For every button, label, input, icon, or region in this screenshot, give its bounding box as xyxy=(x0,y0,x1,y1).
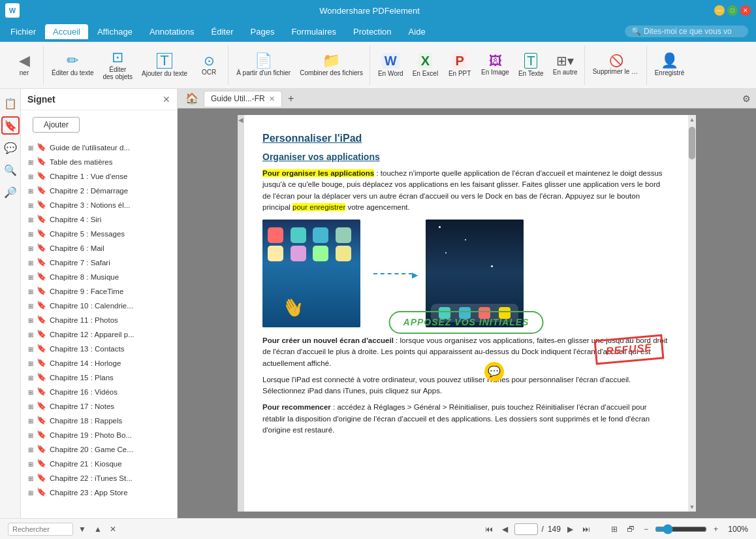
current-page-input[interactable]: 23 xyxy=(514,523,538,535)
signet-tree-item[interactable]: ⊞ 🔖 Chapitre 12 : Appareil p... xyxy=(21,327,177,342)
signet-tree-item[interactable]: ⊞ 🔖 Chapitre 4 : Siri xyxy=(21,212,177,227)
combine-button[interactable]: 📁 Combiner des fichiers xyxy=(296,47,367,84)
menu-formulaires[interactable]: Formulaires xyxy=(283,24,344,39)
signet-tree-item[interactable]: ⊞ 🔖 Chapitre 5 : Messages xyxy=(21,227,177,241)
ipad-app-grid xyxy=(262,220,360,269)
registered-button[interactable]: 👤 Enregistré xyxy=(651,47,689,84)
signet-tree-item[interactable]: ⊞ 🔖 Chapitre 16 : Vidéos xyxy=(21,385,177,399)
signet-tree-item[interactable]: ⊞ 🔖 Chapitre 6 : Mail xyxy=(21,241,177,255)
stamp-initiales[interactable]: APPOSEZ VOS INITIALES xyxy=(389,311,544,334)
signet-tree-item[interactable]: ⊞ 🔖 Chapitre 10 : Calendrie... xyxy=(21,299,177,313)
comment-bubble[interactable]: 💬 xyxy=(484,362,504,382)
edit-text-button[interactable]: ✏ Éditer du texte xyxy=(48,47,97,84)
home-tab-button[interactable]: 🏠 xyxy=(183,91,201,106)
tree-expand-icon: ⊞ xyxy=(26,272,35,282)
search-clear-button[interactable]: ✕ xyxy=(107,523,119,535)
scroll-down-arrow[interactable]: ▼ xyxy=(688,502,697,512)
signet-tree-item[interactable]: ⊞ 🔖 Chapitre 15 : Plans xyxy=(21,370,177,385)
signet-tree-item[interactable]: ⊞ 🔖 Chapitre 14 : Horloge xyxy=(21,356,177,370)
signet-tree-item[interactable]: ⊞ 🔖 Chapitre 1 : Vue d'ense xyxy=(21,169,177,184)
new-tab-button[interactable]: + xyxy=(285,92,298,105)
signet-tree-item[interactable]: ⊞ 🔖 Chapitre 22 : iTunes St... xyxy=(21,471,177,485)
tree-expand-icon: ⊞ xyxy=(26,244,35,253)
zoom-view-page-button[interactable]: 🗗 xyxy=(624,523,637,535)
tree-bookmark-icon: 🔖 xyxy=(37,401,47,412)
tab-settings-button[interactable]: ⚙ xyxy=(742,93,751,104)
to-other-button[interactable]: ⊞▾ En autre xyxy=(549,47,582,84)
from-file-button[interactable]: 📄 À partir d'un fichier xyxy=(232,47,294,84)
signet-tree-item[interactable]: ⊞ 🔖 Chapitre 23 : App Store xyxy=(21,485,177,500)
signet-tree-item[interactable]: ⊞ 🔖 Chapitre 18 : Rappels xyxy=(21,414,177,428)
to-excel-button[interactable]: X En Excel xyxy=(409,47,442,84)
tree-bookmark-icon: 🔖 xyxy=(37,315,47,325)
tab-close-button[interactable]: ✕ xyxy=(269,95,275,103)
vertical-scrollbar[interactable]: ▲ ▼ xyxy=(688,115,696,512)
signet-tree-item[interactable]: ⊞ 🔖 Chapitre 2 : Démarrage xyxy=(21,184,177,198)
to-excel-icon: X xyxy=(418,53,432,69)
menu-fichier[interactable]: Fichier xyxy=(3,24,44,39)
search-up-button[interactable]: ▲ xyxy=(91,523,104,535)
collapse-panel-button[interactable]: ◀ xyxy=(238,116,244,123)
to-text-button[interactable]: T En Texte xyxy=(514,47,548,84)
left-panel-resize[interactable]: ◀ xyxy=(238,115,244,512)
menu-annotations[interactable]: Annotations xyxy=(142,24,202,39)
sidebar-icon-comment[interactable]: 💬 xyxy=(1,139,20,157)
pdf-viewport: ◀ Personnaliser l'iPad Organiser vos app… xyxy=(178,108,756,518)
zoom-plus-button[interactable]: + xyxy=(711,523,721,535)
signet-tree-item[interactable]: ⊞ 🔖 Chapitre 9 : FaceTime xyxy=(21,284,177,299)
search-down-button[interactable]: ▼ xyxy=(76,523,89,535)
search-menu-input[interactable] xyxy=(644,27,742,36)
next-page-button[interactable]: ▶ xyxy=(565,523,576,535)
pdf-page[interactable]: Personnaliser l'iPad Organiser vos appli… xyxy=(244,115,688,512)
zoom-minus-button[interactable]: − xyxy=(641,523,651,535)
tree-expand-icon: ⊞ xyxy=(26,373,35,382)
menu-editer[interactable]: Éditer xyxy=(204,24,242,39)
zoom-view-fit-button[interactable]: ⊞ xyxy=(608,523,620,535)
search-input[interactable] xyxy=(8,523,73,536)
menu-aide[interactable]: Aide xyxy=(401,24,433,39)
prev-page-button[interactable]: ◀ xyxy=(499,523,511,535)
menu-accueil[interactable]: Accueil xyxy=(45,24,88,39)
signet-close-button[interactable]: ✕ xyxy=(163,94,170,105)
signet-tree-item[interactable]: ⊞ 🔖 Chapitre 8 : Musique xyxy=(21,270,177,284)
signet-tree-item[interactable]: ⊞ 🔖 Table des matières xyxy=(21,155,177,169)
add-text-button[interactable]: T Ajouter du texte xyxy=(138,47,191,84)
to-ppt-button[interactable]: P En PPT xyxy=(443,47,476,84)
sidebar-icon-zoom-search[interactable]: 🔎 xyxy=(1,183,20,201)
sidebar-icon-bookmark[interactable]: 🔖 xyxy=(1,116,20,135)
scroll-up-arrow[interactable]: ▲ xyxy=(688,115,697,124)
tree-bookmark-icon: 🔖 xyxy=(37,473,47,483)
signet-tree-item[interactable]: ⊞ 🔖 Chapitre 13 : Contacts xyxy=(21,342,177,356)
zoom-slider[interactable] xyxy=(655,524,707,534)
menu-affichage[interactable]: Affichage xyxy=(89,24,140,39)
tree-expand-icon: ⊞ xyxy=(26,229,35,238)
menu-pages[interactable]: Pages xyxy=(243,24,283,39)
signet-header: Signet ✕ xyxy=(21,89,177,110)
restore-button[interactable]: □ xyxy=(727,5,738,16)
signet-tree-item[interactable]: ⊞ 🔖 Guide de l'utilisateur d... xyxy=(21,140,177,155)
signet-tree-item[interactable]: ⊞ 🔖 Chapitre 17 : Notes xyxy=(21,399,177,414)
last-page-button[interactable]: ⏭ xyxy=(580,523,593,535)
search-box-menu[interactable]: 🔍 xyxy=(625,25,748,37)
sidebar-icon-search[interactable]: 🔍 xyxy=(1,161,20,179)
pdf-tab[interactable]: Guide Util...-FR ✕ xyxy=(204,91,282,106)
minimize-button[interactable]: — xyxy=(714,5,725,16)
to-word-button[interactable]: W En Word xyxy=(374,47,407,84)
signet-tree-item[interactable]: ⊞ 🔖 Chapitre 19 : Photo Bo... xyxy=(21,428,177,442)
ocr-button[interactable]: ⊙ OCR xyxy=(193,47,225,84)
signet-tree-item[interactable]: ⊞ 🔖 Chapitre 20 : Game Ce... xyxy=(21,442,177,457)
to-image-button[interactable]: 🖼 En Image xyxy=(477,47,513,84)
close-button[interactable]: ✕ xyxy=(740,5,751,16)
signet-tree-item[interactable]: ⊞ 🔖 Chapitre 3 : Notions él... xyxy=(21,198,177,212)
back-button[interactable]: ◀ ner xyxy=(8,47,40,84)
signet-tree-item[interactable]: ⊞ 🔖 Chapitre 11 : Photos xyxy=(21,313,177,327)
signet-tree-item[interactable]: ⊞ 🔖 Chapitre 7 : Safari xyxy=(21,255,177,270)
menu-protection[interactable]: Protection xyxy=(345,24,400,39)
watermark-button[interactable]: 🚫 Supprimer le filigrane d'es xyxy=(589,47,644,84)
first-page-button[interactable]: ⏮ xyxy=(482,523,496,535)
signet-add-button[interactable]: Ajouter xyxy=(33,117,80,133)
signet-tree-item[interactable]: ⊞ 🔖 Chapitre 21 : Kiosque xyxy=(21,457,177,471)
scroll-thumb[interactable] xyxy=(689,127,695,159)
sidebar-icon-page[interactable]: 📋 xyxy=(1,94,20,112)
edit-objects-button[interactable]: ⊡ Éditerdes objets xyxy=(99,47,136,84)
